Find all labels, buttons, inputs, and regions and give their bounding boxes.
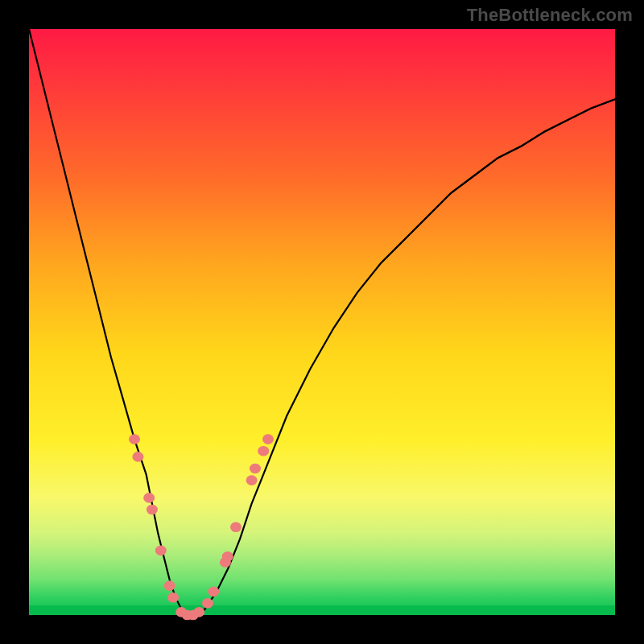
plot-area	[29, 29, 615, 615]
chart-frame: TheBottleneck.com	[0, 0, 644, 644]
optimal-band	[29, 605, 615, 615]
attribution-text: TheBottleneck.com	[467, 5, 633, 26]
